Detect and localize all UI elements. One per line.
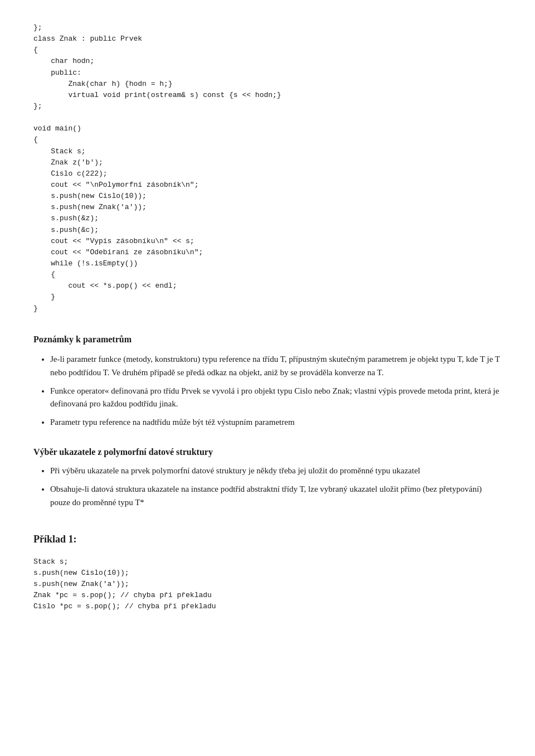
list-item: Parametr typu reference na nadtřídu může… bbox=[50, 416, 502, 429]
section1-bullet-list: Je-li parametr funkce (metody, konstrukt… bbox=[50, 353, 502, 429]
section2-heading: Výběr ukazatele z polymorfní datové stru… bbox=[33, 445, 502, 459]
example1-code-block: Stack s; s.push(new Cislo(10)); s.push(n… bbox=[33, 556, 502, 613]
section1-heading: Poznámky k parametrům bbox=[33, 332, 502, 347]
list-item: Je-li parametr funkce (metody, konstrukt… bbox=[50, 353, 502, 379]
list-item: Funkce operator« definovaná pro třídu Pr… bbox=[50, 385, 502, 411]
code-block-1: }; class Znak : public Prvek { char hodn… bbox=[33, 22, 502, 314]
list-item: Při výběru ukazatele na prvek polymorfní… bbox=[50, 464, 502, 477]
list-item: Obsahuje-li datová struktura ukazatele n… bbox=[50, 483, 502, 509]
section2-bullet-list: Při výběru ukazatele na prvek polymorfní… bbox=[50, 464, 502, 509]
example1-heading: Příklad 1: bbox=[33, 531, 502, 547]
